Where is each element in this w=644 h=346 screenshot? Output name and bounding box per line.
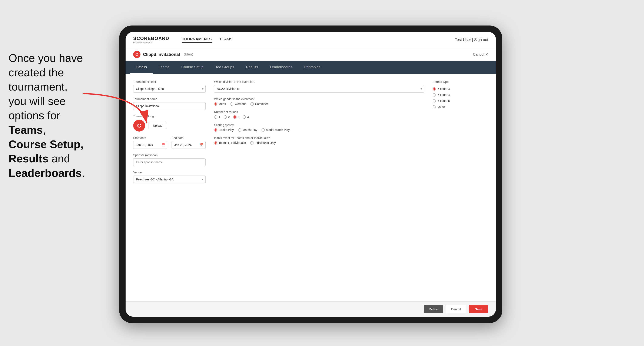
gender-mens[interactable]: Mens [214,102,226,106]
venue-group: Venue Peachtree GC - Atlanta - GA [133,171,206,183]
start-date-wrap [133,141,167,149]
rounds-3[interactable]: 3 [233,115,240,119]
scoring-medal-radio[interactable] [262,128,265,132]
logo-sub: Powered by clippd [133,41,169,44]
format-type-label: Format type [433,80,488,84]
rounds-4[interactable]: 4 [242,115,249,119]
tab-course-setup[interactable]: Course Setup [175,61,210,74]
scoring-medal-label: Medal Match Play [266,128,290,132]
rounds-4-radio[interactable] [242,115,246,119]
arrow-indicator [81,91,149,130]
format-5count4-label: 5 count 4 [438,87,450,91]
teams-plus-label: Teams (+Individuals) [218,141,246,145]
format-5count4[interactable]: 5 count 4 [433,87,488,91]
rounds-3-radio[interactable] [233,115,236,119]
rounds-1-label: 1 [218,115,220,119]
delete-button[interactable]: Delete [424,305,443,313]
format-6count5-radio[interactable] [433,99,436,102]
sponsor-group: Sponsor (optional) [133,154,206,166]
form-right-column: Format type 5 count 4 6 count 4 [433,80,488,188]
format-section: 5 count 4 6 count 4 6 count 5 [433,85,488,108]
start-date-group: Start date [133,136,167,149]
format-other-radio[interactable] [433,105,436,108]
rounds-group: Number of rounds 1 2 [214,110,424,119]
gender-radio-group: Mens Womens Combined [214,102,424,106]
tab-leaderboards[interactable]: Leaderboards [264,61,298,74]
form-columns: Tournament Host Clippd College - Men Tou… [133,80,488,188]
main-content: Tournament Host Clippd College - Men Tou… [126,74,496,301]
rounds-2-radio[interactable] [224,115,227,119]
tab-results[interactable]: Results [240,61,264,74]
format-5count4-radio[interactable] [433,87,436,91]
scoring-match-label: Match Play [242,128,257,132]
tournament-host-label: Tournament Host [133,80,206,84]
scoring-stroke-radio[interactable] [214,128,217,132]
format-other[interactable]: Other [433,105,488,108]
teams-individuals-group: Is this event for Teams and/or Individua… [214,136,424,145]
tablet-frame: SCOREBOARD Powered by clippd TOURNAMENTS… [119,25,502,323]
venue-select[interactable]: Peachtree GC - Atlanta - GA [133,175,206,183]
tab-teams[interactable]: Teams [153,61,175,74]
individuals-only[interactable]: Individuals Only [250,141,276,145]
gender-combined-label: Combined [255,102,268,106]
scoring-label: Scoring system [214,123,424,127]
gender-combined-radio[interactable] [250,102,254,106]
teams-radio-group: Teams (+Individuals) Individuals Only [214,141,424,145]
rounds-1[interactable]: 1 [214,115,220,119]
bottom-bar: Delete Cancel Save [126,301,496,317]
gender-group: Which gender is the event for? Mens Wome… [214,97,424,106]
form-panel: Tournament Host Clippd College - Men Tou… [126,74,496,301]
division-select-wrap: NCAA Division III [214,85,424,93]
header-left: SCOREBOARD Powered by clippd TOURNAMENTS… [133,36,232,44]
scoring-match[interactable]: Match Play [238,128,257,132]
tab-tee-groups[interactable]: Tee Groups [210,61,240,74]
cancel-top-button[interactable]: Cancel ✕ [473,52,488,57]
scoring-medal[interactable]: Medal Match Play [262,128,290,132]
gender-mens-label: Mens [218,102,226,106]
teams-plus-individuals[interactable]: Teams (+Individuals) [214,141,246,145]
individuals-only-label: Individuals Only [255,141,276,145]
rounds-label: Number of rounds [214,110,424,114]
teams-plus-radio[interactable] [214,141,217,145]
division-select[interactable]: NCAA Division III [214,85,424,93]
scoring-stroke[interactable]: Stroke Play [214,128,234,132]
gender-womens-label: Womens [234,102,246,106]
rounds-4-label: 4 [247,115,249,119]
upload-button[interactable]: Upload [148,122,167,129]
gender-mens-radio[interactable] [214,102,217,106]
gender-combined[interactable]: Combined [250,102,268,106]
rounds-2[interactable]: 2 [224,115,230,119]
dates-group: Start date End date [133,136,206,149]
tab-printables[interactable]: Printables [298,61,326,74]
nav-teams[interactable]: TEAMS [220,37,232,43]
end-date-label: End date [172,136,206,140]
tabs-bar: Details Teams Course Setup Tee Groups Re… [126,61,496,74]
scoring-match-radio[interactable] [238,128,241,132]
user-area[interactable]: Test User | Sign out [455,38,488,42]
format-6count4[interactable]: 6 count 4 [433,93,488,97]
start-date-label: Start date [133,136,167,140]
cancel-button[interactable]: Cancel [446,305,466,313]
format-6count4-label: 6 count 4 [438,93,450,97]
format-6count5[interactable]: 6 count 5 [433,99,488,102]
tab-details[interactable]: Details [130,61,153,74]
start-date-input[interactable] [133,141,167,149]
individuals-only-radio[interactable] [250,141,254,145]
format-6count4-radio[interactable] [433,93,436,97]
rounds-1-radio[interactable] [214,115,217,119]
scoring-stroke-label: Stroke Play [218,128,234,132]
gender-womens[interactable]: Womens [230,102,246,106]
tournament-host-group: Tournament Host Clippd College - Men [133,80,206,93]
sponsor-input[interactable] [133,158,206,166]
scoring-radio-group: Stroke Play Match Play Medal Match Play [214,128,424,132]
tournament-bar: C Clippd Invitational (Men) Cancel ✕ [126,48,496,61]
save-button[interactable]: Save [469,305,488,313]
nav-tournaments[interactable]: TOURNAMENTS [182,37,212,43]
tournament-title-area: C Clippd Invitational (Men) [133,51,193,58]
rounds-2-label: 2 [228,115,230,119]
end-date-input[interactable] [172,141,206,149]
gender-womens-radio[interactable] [230,102,233,106]
division-group: Which division is the event for? NCAA Di… [214,80,424,93]
venue-select-wrap: Peachtree GC - Atlanta - GA [133,175,206,183]
teams-individuals-label: Is this event for Teams and/or Individua… [214,136,424,140]
